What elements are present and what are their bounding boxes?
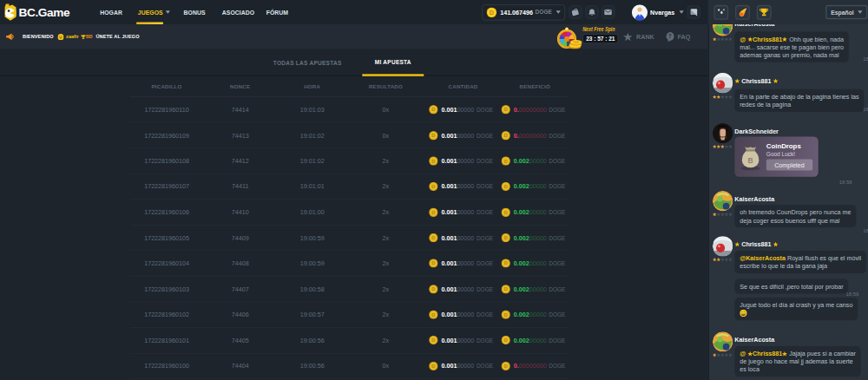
- svg-text:D: D: [504, 286, 508, 292]
- svg-text:D: D: [431, 107, 435, 112]
- svg-text:D: D: [431, 235, 435, 240]
- svg-text:D: D: [431, 261, 435, 266]
- svg-text:?: ?: [668, 33, 672, 39]
- svg-text:D: D: [431, 337, 435, 343]
- svg-text:D: D: [431, 210, 435, 215]
- svg-text:D: D: [504, 159, 508, 164]
- svg-text:D: D: [504, 337, 508, 343]
- svg-text:B: B: [748, 156, 753, 165]
- svg-text:D: D: [504, 364, 508, 369]
- svg-text:D: D: [504, 210, 508, 215]
- svg-text:D: D: [504, 312, 508, 318]
- svg-text:D: D: [504, 261, 508, 266]
- svg-text:D: D: [431, 364, 435, 369]
- svg-text:D: D: [431, 286, 435, 292]
- svg-text:D: D: [431, 133, 435, 138]
- svg-text:D: D: [431, 184, 435, 189]
- svg-text:D: D: [504, 235, 508, 240]
- svg-text:D: D: [431, 312, 435, 318]
- svg-text:D: D: [504, 133, 508, 138]
- svg-text:D: D: [504, 107, 508, 112]
- svg-text:D: D: [504, 184, 508, 189]
- svg-text:D: D: [431, 159, 435, 164]
